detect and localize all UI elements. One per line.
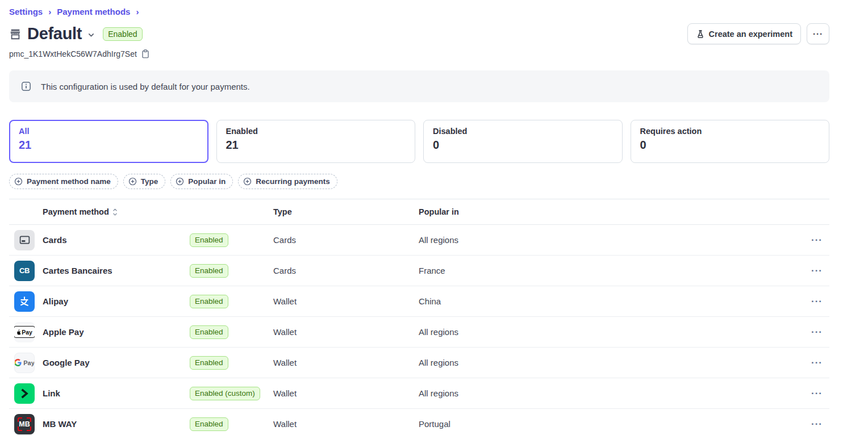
- plus-circle-icon: [176, 177, 184, 186]
- payment-method-type: Wallet: [273, 388, 419, 398]
- alipay-icon: [14, 291, 35, 312]
- plus-circle-icon: [14, 177, 23, 186]
- row-overflow-button[interactable]: ···: [811, 388, 823, 398]
- breadcrumb: Settings › Payment methods ›: [9, 7, 829, 16]
- row-overflow-button[interactable]: ···: [811, 296, 823, 306]
- column-type[interactable]: Type: [273, 207, 419, 216]
- table-row[interactable]: Pay Apple Pay Enabled Wallet All regions…: [9, 317, 829, 348]
- summary-card-value: 0: [640, 139, 820, 152]
- create-experiment-label: Create an experiment: [709, 30, 792, 39]
- filter-label: Popular in: [188, 177, 226, 186]
- cards-icon: [14, 230, 35, 250]
- table-row[interactable]: Link Enabled (custom) Wallet All regions…: [9, 378, 829, 409]
- payment-method-type: Cards: [273, 235, 419, 245]
- payment-method-name: Alipay: [43, 296, 68, 306]
- payment-method-type: Wallet: [273, 358, 419, 367]
- payment-method-name: Google Pay: [43, 358, 90, 367]
- status-badge: Enabled: [190, 233, 228, 247]
- row-overflow-button[interactable]: ···: [811, 266, 823, 275]
- summary-card-all[interactable]: All 21: [9, 120, 208, 163]
- google-pay-icon: Pay: [14, 353, 35, 373]
- summary-card-enabled[interactable]: Enabled 21: [216, 120, 416, 163]
- table-row[interactable]: CB Cartes Bancaires Enabled Cards France…: [9, 256, 829, 286]
- payment-methods-page: Settings › Payment methods › Default Ena…: [9, 0, 829, 435]
- column-popular-in[interactable]: Popular in: [419, 207, 802, 216]
- summary-card-disabled[interactable]: Disabled 0: [423, 120, 623, 163]
- payment-method-name: Apple Pay: [43, 327, 84, 337]
- chevron-down-icon[interactable]: [87, 31, 95, 39]
- config-id: pmc_1K1WxtHekC56W7AdhIrg7Set: [9, 49, 137, 58]
- summary-card-value: 21: [19, 139, 199, 152]
- payment-method-popular-in: Portugal: [419, 419, 802, 429]
- status-badge: Enabled: [190, 356, 228, 370]
- chevron-right-icon: ›: [48, 7, 51, 16]
- page-title: Default: [27, 24, 82, 43]
- filter-recurring-payments[interactable]: Recurring payments: [238, 174, 337, 189]
- filter-payment-method-name[interactable]: Payment method name: [9, 174, 118, 189]
- payment-method-popular-in: France: [419, 266, 802, 275]
- row-overflow-button[interactable]: ···: [811, 235, 823, 245]
- create-experiment-button[interactable]: Create an experiment: [687, 23, 801, 44]
- breadcrumb-settings[interactable]: Settings: [9, 7, 43, 16]
- payment-method-type: Wallet: [273, 419, 419, 429]
- apple-pay-icon: Pay: [14, 322, 35, 342]
- row-overflow-button[interactable]: ···: [811, 358, 823, 367]
- header-overflow-button[interactable]: ···: [807, 23, 829, 44]
- payment-method-popular-in: All regions: [419, 327, 802, 337]
- page-header: Default Enabled Create an experiment ···: [9, 23, 829, 44]
- sort-icon[interactable]: [112, 208, 118, 216]
- status-badge: Enabled (custom): [190, 387, 260, 400]
- payment-method-popular-in: All regions: [419, 358, 802, 367]
- column-payment-method[interactable]: Payment method: [43, 207, 109, 216]
- payment-method-name: MB WAY: [43, 419, 77, 429]
- payment-method-name: Cards: [43, 235, 67, 245]
- summary-card-label: Requires action: [640, 127, 820, 136]
- row-overflow-button[interactable]: ···: [811, 327, 823, 337]
- status-badge: Enabled: [190, 295, 228, 308]
- status-badge: Enabled: [190, 325, 228, 339]
- summary-card-label: Enabled: [226, 127, 406, 136]
- summary-card-label: Disabled: [433, 127, 613, 136]
- filter-popular-in[interactable]: Popular in: [170, 174, 233, 189]
- payment-method-popular-in: All regions: [419, 235, 802, 245]
- payment-method-popular-in: All regions: [419, 388, 802, 398]
- status-badge: Enabled: [190, 417, 228, 431]
- payment-method-name: Link: [43, 388, 60, 398]
- flask-icon: [696, 30, 705, 39]
- plus-circle-icon: [243, 177, 252, 186]
- status-badge: Enabled: [103, 27, 142, 41]
- summary-card-requires-action[interactable]: Requires action 0: [631, 120, 830, 163]
- table-row[interactable]: MB MB WAY Enabled Wallet Portugal ···: [9, 409, 829, 435]
- info-icon: [21, 81, 31, 91]
- payment-method-type: Cards: [273, 266, 419, 275]
- summary-card-value: 21: [226, 139, 406, 152]
- table-row[interactable]: Cards Enabled Cards All regions ···: [9, 225, 829, 256]
- link-icon: [14, 383, 35, 404]
- row-overflow-button[interactable]: ···: [811, 419, 823, 429]
- info-banner-text: This configuration is used by default fo…: [41, 82, 250, 91]
- chevron-right-icon: ›: [136, 7, 139, 16]
- payment-methods-table: Payment method Type Popular in Cards Ena…: [9, 199, 829, 435]
- info-banner: This configuration is used by default fo…: [9, 70, 829, 102]
- filter-label: Recurring payments: [256, 177, 330, 186]
- filter-label: Payment method name: [27, 177, 111, 186]
- breadcrumb-payment-methods[interactable]: Payment methods: [57, 7, 130, 16]
- copy-clipboard-icon[interactable]: [141, 49, 149, 58]
- filter-type[interactable]: Type: [123, 174, 166, 189]
- payment-method-name: Cartes Bancaires: [43, 266, 112, 275]
- summary-cards: All 21 Enabled 21 Disabled 0 Requires ac…: [9, 120, 829, 163]
- plus-circle-icon: [128, 177, 137, 186]
- summary-card-label: All: [19, 127, 199, 136]
- table-row[interactable]: Pay Google Pay Enabled Wallet All region…: [9, 348, 829, 378]
- payment-method-popular-in: China: [419, 296, 802, 306]
- cartes-bancaires-icon: CB: [14, 261, 35, 281]
- table-header: Payment method Type Popular in: [9, 199, 829, 225]
- config-id-row: pmc_1K1WxtHekC56W7AdhIrg7Set: [9, 49, 829, 58]
- filter-label: Type: [141, 177, 158, 186]
- payment-method-type: Wallet: [273, 327, 419, 337]
- table-body: Cards Enabled Cards All regions ··· CB C…: [9, 225, 829, 435]
- table-row[interactable]: Alipay Enabled Wallet China ···: [9, 286, 829, 317]
- storefront-icon: [9, 28, 22, 40]
- status-badge: Enabled: [190, 264, 228, 278]
- filter-bar: Payment method name Type Popular in Recu…: [9, 174, 829, 189]
